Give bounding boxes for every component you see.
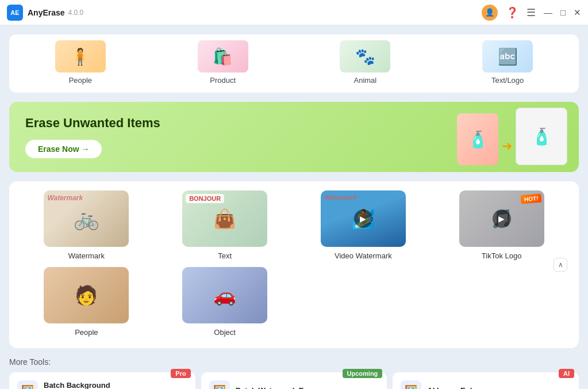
category-thumb-product: 🛍️ — [198, 40, 248, 73]
watermark-overlay-text: Watermark — [47, 194, 83, 202]
category-product[interactable]: 🛍️ Product — [189, 40, 258, 85]
tool-thumb-video-watermark: 🏄 Watermark ▶ — [321, 190, 406, 247]
tool-watermark[interactable]: 🚲 Watermark Watermark — [21, 190, 152, 260]
batch-wm-label: Batch Watermark Eraser — [236, 386, 322, 389]
text-badge: BONJOUR — [186, 194, 224, 203]
user-avatar[interactable]: 👤 — [482, 5, 498, 21]
erase-now-button[interactable]: Erase Now → — [25, 140, 102, 158]
ai-enhancer-icon: 🖼️ — [401, 380, 421, 389]
close-button[interactable]: ✕ — [574, 7, 581, 18]
ai-enhancer-label: AI Image Enhancer — [427, 386, 494, 389]
tool-label-text: Text — [218, 251, 232, 260]
category-label-product: Product — [210, 76, 236, 85]
banner-before-image: 🧴 — [457, 113, 498, 165]
tool-thumb-people: 🧑 — [44, 267, 129, 323]
main-content: 🧍 People 🛍️ Product 🐾 Animal 🔤 Text/Logo… — [0, 25, 588, 389]
tool-thumb-text: 👜 BONJOUR — [182, 190, 267, 247]
titlebar-controls: 👤 ❓ ☰ — □ ✕ — [482, 5, 581, 21]
banner-images: 🧴 ➜ 🧴 — [457, 108, 567, 165]
maximize-button[interactable]: □ — [560, 7, 566, 17]
tool-thumb-object: 🚗 — [182, 267, 267, 323]
tool-people[interactable]: 🧑 People — [21, 267, 152, 337]
tool-thumb-watermark: 🚲 Watermark — [44, 190, 129, 247]
more-tools-section: More Tools: 🖼️ Batch BackgroundRemover P… — [9, 357, 579, 389]
tool-card-batch-bg-remover[interactable]: 🖼️ Batch BackgroundRemover Pro — [9, 372, 195, 389]
banner-arrow-icon: ➜ — [502, 139, 512, 154]
tool-grid-section: 🚲 Watermark Watermark 👜 BONJOUR Text 🏄 W… — [9, 181, 579, 348]
category-animal[interactable]: 🐾 Animal — [330, 40, 399, 85]
ai-badge: AI — [559, 369, 574, 378]
app-logo: AE — [7, 5, 23, 21]
tool-card-batch-wm-eraser[interactable]: 🖼️ Batch Watermark Eraser Upcoming — [201, 372, 387, 389]
titlebar: AE AnyErase 4.0.0 👤 ❓ ☰ — □ ✕ — [0, 0, 588, 25]
menu-icon[interactable]: ☰ — [526, 6, 536, 19]
scroll-up-button[interactable]: ∧ — [554, 258, 567, 272]
banner-after-image: 🧴 — [516, 108, 567, 165]
batch-bg-icon: 🖼️ — [17, 380, 38, 389]
app-version: 4.0.0 — [68, 9, 84, 17]
tool-label-people: People — [75, 328, 98, 337]
batch-bg-label: Batch BackgroundRemover — [44, 381, 110, 389]
hot-badge: HOT! — [521, 193, 541, 203]
tool-label-object: Object — [214, 328, 236, 337]
play-icon: ▶ — [354, 209, 372, 228]
tiktok-play-icon: ▶ — [493, 209, 511, 228]
tool-thumb-tiktok: 🎵 HOT! ▶ — [459, 190, 544, 247]
category-label-animal: Animal — [354, 76, 377, 85]
more-tools-label: More Tools: — [9, 357, 579, 367]
tool-label-tiktok: TikTok Logo — [482, 251, 522, 260]
upcoming-badge: Upcoming — [343, 369, 383, 378]
category-label-people: People — [69, 76, 92, 85]
batch-wm-icon: 🖼️ — [209, 380, 230, 389]
help-icon[interactable]: ❓ — [506, 6, 518, 19]
category-label-textlogo: Text/Logo — [491, 76, 524, 85]
tool-video-watermark[interactable]: 🏄 Watermark ▶ Video Watermark — [298, 190, 429, 260]
tool-card-ai-enhancer[interactable]: 🖼️ AI Image Enhancer AI — [393, 372, 579, 389]
category-thumb-textlogo: 🔤 — [482, 40, 533, 73]
tool-tiktok-logo[interactable]: 🎵 HOT! ▶ TikTok Logo — [436, 190, 567, 260]
tool-label-watermark: Watermark — [68, 251, 105, 260]
minimize-button[interactable]: — — [544, 7, 552, 17]
tool-grid: 🚲 Watermark Watermark 👜 BONJOUR Text 🏄 W… — [21, 190, 567, 337]
category-people[interactable]: 🧍 People — [46, 40, 115, 85]
pro-badge: Pro — [171, 369, 190, 378]
tool-text[interactable]: 👜 BONJOUR Text — [159, 190, 291, 260]
erase-banner: Erase Unwanted Items Erase Now → 🧴 ➜ 🧴 — [9, 102, 579, 172]
more-tools-grid: 🖼️ Batch BackgroundRemover Pro 🖼️ Batch … — [9, 372, 579, 389]
tool-label-video-watermark: Video Watermark — [335, 251, 392, 260]
category-bar: 🧍 People 🛍️ Product 🐾 Animal 🔤 Text/Logo — [9, 35, 579, 93]
category-thumb-people: 🧍 — [55, 40, 106, 73]
category-thumb-animal: 🐾 — [340, 40, 390, 73]
video-watermark-overlay-text: Watermark — [324, 194, 357, 201]
app-name: AnyErase — [28, 8, 65, 17]
tool-object[interactable]: 🚗 Object — [159, 267, 291, 337]
category-textlogo[interactable]: 🔤 Text/Logo — [473, 40, 542, 85]
